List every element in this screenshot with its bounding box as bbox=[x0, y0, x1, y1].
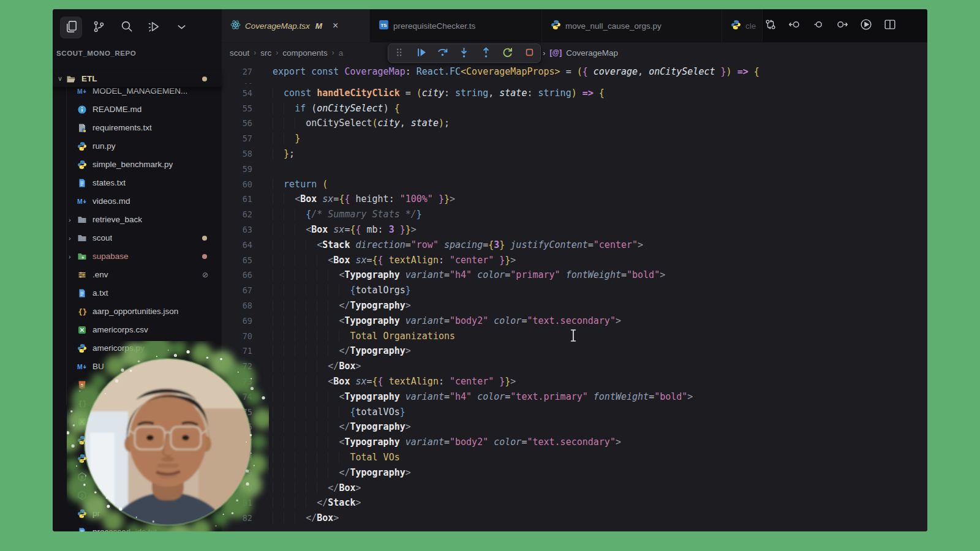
tab-prerequisiteChecker.ts[interactable]: TSprerequisiteChecker.ts bbox=[370, 9, 542, 42]
line-number[interactable]: 74 bbox=[222, 389, 252, 405]
nav-forward-button[interactable] bbox=[834, 18, 850, 34]
nav-back-button[interactable] bbox=[786, 18, 802, 34]
code-editor[interactable]: 27export const CoverageMap: React.FC<Cov… bbox=[222, 63, 927, 531]
tree-item-README.md[interactable]: README.md bbox=[53, 101, 222, 118]
line-number[interactable]: 68 bbox=[222, 298, 252, 313]
step-into-button[interactable] bbox=[456, 45, 472, 61]
line-number[interactable]: 79 bbox=[222, 465, 252, 481]
restart-button[interactable] bbox=[500, 45, 516, 61]
line-number[interactable]: 57 bbox=[222, 131, 252, 146]
line-number[interactable]: 58 bbox=[222, 146, 252, 162]
tree-item-a.txt[interactable]: a.txt bbox=[53, 285, 222, 301]
code-line-71: 71 </Typography> bbox=[222, 343, 927, 359]
tree-item-states.txt[interactable]: states.txt bbox=[53, 174, 222, 191]
tree-item-supabase[interactable]: ›supabase bbox=[53, 248, 222, 264]
stop-button[interactable] bbox=[521, 45, 537, 61]
tree-item-hidden-21[interactable]: β bbox=[53, 468, 222, 485]
tree-item-hidden-16[interactable]: 5 bbox=[53, 377, 222, 393]
split-editor-icon bbox=[883, 18, 897, 34]
tree-item-.env[interactable]: .env⊘ bbox=[53, 266, 222, 283]
debug-toolbar[interactable] bbox=[388, 43, 541, 63]
folder-open-icon bbox=[66, 73, 77, 84]
line-number[interactable]: 76 bbox=[222, 419, 252, 435]
tree-item-hidden-18[interactable] bbox=[53, 413, 222, 430]
line-number[interactable]: 63 bbox=[222, 222, 252, 238]
tab-CoverageMap.tsx[interactable]: CoverageMap.tsxM× bbox=[222, 9, 370, 42]
tab-cle[interactable]: cle bbox=[722, 9, 763, 42]
split-editor-button[interactable] bbox=[882, 18, 898, 34]
tree-item-BU[interactable]: MBU bbox=[53, 358, 222, 375]
breadcrumb-item-scout[interactable]: scout bbox=[230, 48, 249, 58]
line-number[interactable]: 75 bbox=[222, 405, 252, 420]
line-number[interactable]: 59 bbox=[222, 162, 252, 177]
run-circle-button[interactable] bbox=[858, 18, 874, 34]
tree-item-americorps.csv[interactable]: americorps.csv bbox=[53, 321, 222, 338]
line-number[interactable]: 82 bbox=[222, 511, 252, 526]
line-number[interactable]: 70 bbox=[222, 329, 252, 344]
line-number[interactable]: 54 bbox=[222, 86, 252, 101]
tree-item-scout[interactable]: ›scout bbox=[53, 230, 222, 246]
line-number[interactable]: 27 bbox=[222, 64, 252, 80]
tree-item-simple_benchmark.py[interactable]: simple_benchmark.py bbox=[53, 156, 222, 173]
python-icon bbox=[77, 141, 88, 151]
line-number[interactable]: 64 bbox=[222, 238, 252, 253]
breadcrumb-item-components[interactable]: components bbox=[282, 48, 328, 58]
tree-item-run.py[interactable]: run.py bbox=[53, 138, 222, 154]
breadcrumb-item-a[interactable]: a bbox=[339, 48, 344, 58]
svg-text:β: β bbox=[81, 493, 84, 498]
activity-button-search[interactable] bbox=[115, 17, 137, 39]
line-number[interactable]: 56 bbox=[222, 116, 252, 131]
activity-button-source-control[interactable] bbox=[88, 17, 110, 39]
line-number[interactable]: 78 bbox=[222, 450, 252, 465]
tree-item-hidden-20[interactable] bbox=[53, 450, 222, 467]
tree-item-requirements.txt[interactable]: requirements.txt bbox=[53, 119, 222, 136]
line-number[interactable]: 61 bbox=[222, 192, 252, 207]
line-number[interactable]: 55 bbox=[222, 101, 252, 116]
line-number[interactable]: 65 bbox=[222, 253, 252, 268]
continue-button[interactable] bbox=[413, 45, 429, 61]
tree-item-hidden-19[interactable] bbox=[53, 432, 222, 448]
git-modified-dot bbox=[202, 77, 207, 81]
tree-item-label: americorps.csv bbox=[92, 325, 148, 334]
tree-item-videos.md[interactable]: Mvideos.md bbox=[53, 193, 222, 209]
tree-item-hidden-17[interactable]: {} bbox=[53, 395, 222, 411]
code-line-58: 58 }; bbox=[222, 146, 927, 162]
fold-indicator[interactable]: -- bbox=[222, 80, 927, 86]
gripper-button[interactable] bbox=[391, 45, 407, 61]
code-text: } bbox=[273, 131, 300, 146]
line-number[interactable]: 73 bbox=[222, 374, 252, 389]
line-number[interactable]: 60 bbox=[222, 177, 252, 192]
tree-item-ETL[interactable]: ∨ETL bbox=[53, 70, 222, 87]
code-line-54: 54 const handleCityClick = (city: string… bbox=[222, 86, 927, 101]
tree-item-processed_ids.txt[interactable]: processed_ids.txt bbox=[53, 523, 222, 531]
activity-button-chevron-down[interactable] bbox=[170, 17, 192, 39]
code-text: onCitySelect(city, state); bbox=[273, 116, 450, 131]
line-number[interactable]: 81 bbox=[222, 495, 252, 511]
breadcrumb-item-src[interactable]: src bbox=[260, 48, 271, 58]
activity-button-run-debug[interactable] bbox=[143, 17, 165, 39]
line-number[interactable]: 72 bbox=[222, 359, 252, 374]
line-number[interactable]: 67 bbox=[222, 283, 252, 298]
nav-circle-button[interactable] bbox=[810, 18, 826, 34]
line-number[interactable]: 77 bbox=[222, 435, 252, 450]
line-number[interactable]: 66 bbox=[222, 268, 252, 283]
tree-item-pr[interactable]: pr bbox=[53, 505, 222, 522]
markdown-icon: M bbox=[77, 361, 88, 372]
line-number[interactable]: 62 bbox=[222, 207, 252, 222]
compare-changes-button[interactable] bbox=[763, 18, 778, 34]
code-line-55: 55 if (onCitySelect) { bbox=[222, 101, 927, 116]
tree-item-retrieve_back[interactable]: ›retrieve_back bbox=[53, 211, 222, 228]
tab-move_null_cause_orgs.py[interactable]: move_null_cause_orgs.py bbox=[542, 9, 722, 42]
line-number[interactable]: 80 bbox=[222, 481, 252, 496]
breadcrumb-symbol[interactable]: › [@] CoverageMap bbox=[543, 48, 618, 58]
step-over-button[interactable] bbox=[435, 45, 451, 61]
tree-item-hidden-22[interactable]: β bbox=[53, 487, 222, 503]
code-text: <Box sx={{ textAlign: "center" }}> bbox=[273, 374, 516, 389]
activity-button-files[interactable] bbox=[60, 17, 82, 39]
line-number[interactable]: 69 bbox=[222, 313, 252, 329]
tree-item-aarp_opportunities.json[interactable]: {}aarp_opportunities.json bbox=[53, 303, 222, 320]
tree-item-americorps.py[interactable]: americorps.py bbox=[53, 340, 222, 356]
step-out-button[interactable] bbox=[478, 45, 494, 61]
close-icon[interactable]: × bbox=[333, 20, 338, 31]
line-number[interactable]: 71 bbox=[222, 343, 252, 359]
